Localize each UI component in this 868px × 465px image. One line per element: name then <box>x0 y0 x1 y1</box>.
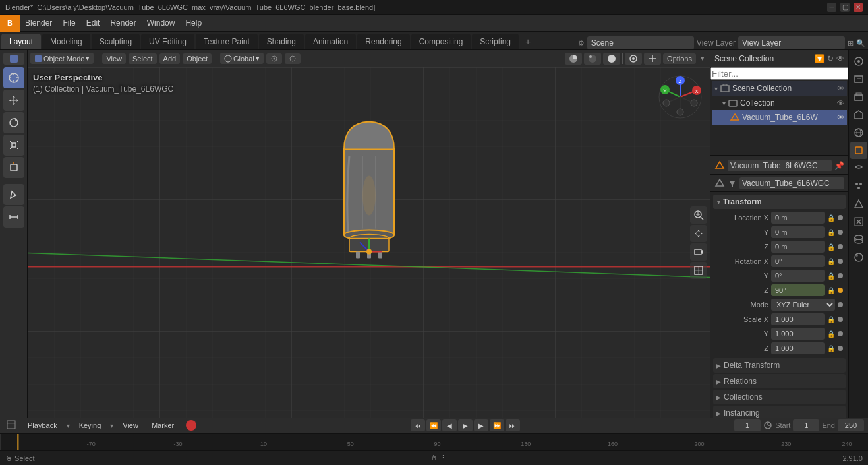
ol-scene-visibility[interactable]: 👁 <box>837 84 844 92</box>
ol-collection-visibility[interactable]: 👁 <box>837 99 844 107</box>
tab-uv-editing[interactable]: UV Editing <box>141 34 194 49</box>
pan-tool[interactable] <box>690 225 707 242</box>
viewport-shading-rendered[interactable] <box>603 53 620 65</box>
rotation-z-dot[interactable] <box>838 288 843 293</box>
viewport-shading-solid[interactable] <box>565 53 582 65</box>
menu-file[interactable]: File <box>57 15 80 32</box>
ol-item-collection[interactable]: ▾ Collection 👁 <box>712 96 847 110</box>
tab-texture-paint[interactable]: Texture Paint <box>196 34 258 49</box>
play-button[interactable]: ▶ <box>458 419 473 431</box>
view-layer-input[interactable] <box>738 36 845 49</box>
outliner-eye-icon[interactable]: 👁 <box>836 54 844 63</box>
viewport-canvas[interactable]: User Perspective (1) Collection | Vacuum… <box>28 67 710 418</box>
minimize-button[interactable]: ─ <box>827 3 836 12</box>
add-menu[interactable]: Add <box>159 53 181 64</box>
rotate-tool[interactable] <box>3 112 24 133</box>
collections-section[interactable]: ▶ Collections <box>713 390 846 404</box>
rotation-z-lock[interactable]: 🔒 <box>827 287 835 294</box>
prev-keyframe-button[interactable]: ⏪ <box>426 419 441 431</box>
location-y-value[interactable]: 0 m <box>771 226 825 238</box>
zoom-tool[interactable] <box>690 206 707 224</box>
material-tab[interactable] <box>850 249 867 266</box>
delta-transform-section[interactable]: ▶ Delta Transform <box>713 358 846 373</box>
menu-blender[interactable]: Blender <box>20 15 57 32</box>
data-tab[interactable] <box>850 231 867 248</box>
particles-tab[interactable] <box>850 177 867 195</box>
tab-scripting[interactable]: Scripting <box>472 34 519 49</box>
tab-rendering[interactable]: Rendering <box>357 34 409 49</box>
next-keyframe-button[interactable]: ⏩ <box>490 419 504 431</box>
menu-window[interactable]: Window <box>142 15 181 32</box>
prev-frame-button[interactable]: ◀ <box>442 419 457 431</box>
measure-tool[interactable] <box>3 206 24 228</box>
menu-render[interactable]: Render <box>105 15 141 32</box>
instancing-section[interactable]: ▶ Instancing <box>713 406 846 418</box>
object-mode-selector[interactable]: Object Mode ▾ <box>30 53 94 64</box>
menu-help[interactable]: Help <box>180 15 207 32</box>
rotation-x-value[interactable]: 0° <box>771 255 825 267</box>
object-menu[interactable]: Object <box>183 53 212 64</box>
physics-tab[interactable] <box>850 195 867 212</box>
location-z-lock[interactable]: 🔒 <box>827 243 835 251</box>
options-dropdown-icon[interactable]: ▾ <box>698 53 707 64</box>
outliner-search[interactable] <box>710 67 848 80</box>
playback-menu[interactable]: Playback <box>24 420 61 431</box>
viewport-overlay-toggle[interactable] <box>625 53 642 65</box>
rotation-mode-select[interactable]: XYZ Euler <box>771 299 835 311</box>
scale-x-dot[interactable] <box>838 317 843 322</box>
tab-animation[interactable]: Animation <box>305 34 356 49</box>
tab-shading[interactable]: Shading <box>259 34 304 49</box>
top-view-tool[interactable] <box>690 262 707 279</box>
world-tab[interactable] <box>850 124 867 141</box>
scale-z-lock[interactable]: 🔒 <box>827 345 835 352</box>
location-x-lock[interactable]: 🔒 <box>827 214 835 222</box>
rotation-x-dot[interactable] <box>838 259 843 264</box>
tab-compositing[interactable]: Compositing <box>411 34 471 49</box>
ol-item-scene-collection[interactable]: ▾ Scene Collection 👁 <box>712 81 847 96</box>
current-frame-input[interactable] <box>734 419 761 431</box>
location-x-dot[interactable] <box>838 215 843 220</box>
location-x-value[interactable]: 0 m <box>771 212 825 224</box>
scene-tab[interactable] <box>850 106 867 123</box>
tab-modeling[interactable]: Modeling <box>42 34 90 49</box>
move-tool[interactable] <box>3 90 24 111</box>
transform-section-header[interactable]: ▾ Transform <box>713 195 846 209</box>
scale-y-lock[interactable]: 🔒 <box>827 330 835 338</box>
select-menu[interactable]: Select <box>129 53 157 64</box>
axis-gizmo[interactable]: Z X Y <box>657 74 697 113</box>
viewport-gizmo-toggle[interactable] <box>644 53 661 65</box>
tab-layout[interactable]: Layout <box>1 34 41 49</box>
start-frame-input[interactable] <box>793 419 819 431</box>
timeline-ruler[interactable]: -70 -30 10 50 90 130 160 200 230 240 <box>0 434 868 450</box>
tab-sculpting[interactable]: Sculpting <box>92 34 140 49</box>
marker-menu[interactable]: Marker <box>148 420 178 431</box>
rotation-x-lock[interactable]: 🔒 <box>827 258 835 265</box>
outliner-filter-icon[interactable]: 🔽 <box>815 54 825 63</box>
scale-x-lock[interactable]: 🔒 <box>827 316 835 323</box>
rotation-mode-dot[interactable] <box>838 302 843 307</box>
keying-dropdown[interactable]: ▾ <box>110 422 113 429</box>
end-frame-input[interactable] <box>838 419 864 431</box>
jump-end-button[interactable]: ⏭ <box>506 419 520 431</box>
constraints-tab[interactable] <box>850 213 867 230</box>
maximize-button[interactable]: ▢ <box>840 3 850 12</box>
modifier-tab[interactable] <box>850 160 867 177</box>
rotation-y-value[interactable]: 0° <box>771 270 825 282</box>
annotate-tool[interactable] <box>3 184 24 205</box>
scale-y-value[interactable]: 1.000 <box>771 328 825 340</box>
close-button[interactable]: ✕ <box>854 3 863 12</box>
options-btn[interactable]: Options <box>663 53 696 64</box>
pin-button[interactable]: 📌 <box>834 161 844 170</box>
scale-y-dot[interactable] <box>838 331 843 336</box>
record-button[interactable] <box>186 420 196 431</box>
menu-edit[interactable]: Edit <box>81 15 105 32</box>
rotation-z-value[interactable]: 90° <box>771 284 825 296</box>
transform-tool[interactable] <box>3 157 24 178</box>
ol-object-visibility[interactable]: 👁 <box>837 113 844 121</box>
workspace-fullscreen-icon[interactable]: 🔍 <box>856 39 865 47</box>
snap-toggle[interactable] <box>266 53 282 64</box>
scale-tool[interactable] <box>3 135 24 156</box>
location-y-lock[interactable]: 🔒 <box>827 229 835 236</box>
next-frame-button[interactable]: ▶ <box>474 419 488 431</box>
scale-x-value[interactable]: 1.000 <box>771 313 825 325</box>
